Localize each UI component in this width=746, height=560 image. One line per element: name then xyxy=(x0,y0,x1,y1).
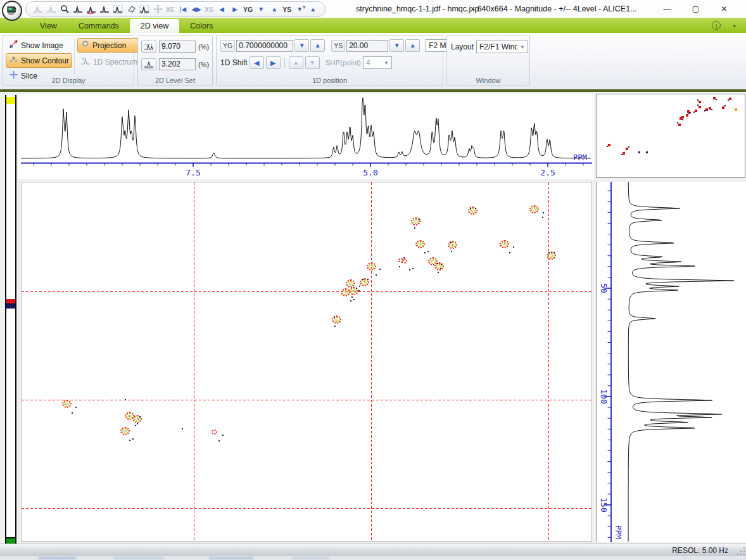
shift-left-button[interactable]: ◀ xyxy=(250,56,264,69)
toolbar-customize-icon[interactable]: ▾ xyxy=(303,4,306,10)
hmqc-2d-contour-plot[interactable] xyxy=(21,182,592,542)
yg-label: YG xyxy=(242,6,254,13)
overview-peak-speck xyxy=(693,111,695,113)
overview-peak-dot xyxy=(695,110,697,112)
ribbon-options-caret-icon[interactable]: ▾ xyxy=(733,23,736,29)
percent-unit-label: (%) xyxy=(198,43,209,51)
upper-level-icon[interactable] xyxy=(141,41,156,53)
shp-dropdown[interactable]: 4 ▼ xyxy=(363,56,392,69)
peak-expand-icon[interactable] xyxy=(72,3,84,15)
ys-decrease-button[interactable]: ▼ xyxy=(389,39,404,52)
layout-dropdown[interactable]: F2/F1 Windo ▼ xyxy=(476,41,528,53)
ys-up-icon[interactable]: ▲ xyxy=(307,3,319,15)
show-image-button[interactable]: Show Image xyxy=(6,38,72,53)
button-label: Show Image xyxy=(21,41,63,50)
step-left-icon[interactable]: ◀ xyxy=(215,3,228,15)
magnifier-icon[interactable] xyxy=(58,3,71,15)
contour-speck xyxy=(135,425,136,426)
triangle-down-icon: ▼ xyxy=(299,42,305,49)
contour-speck xyxy=(350,300,351,302)
peak-scale-icon[interactable] xyxy=(85,3,98,15)
peak-analyze-alt-icon[interactable] xyxy=(45,3,58,15)
yg-value-input[interactable]: 0.7000000000 xyxy=(236,40,293,52)
upper-level-input[interactable]: 9.070 xyxy=(159,41,196,53)
yg-down-icon[interactable]: ▼ xyxy=(255,3,267,15)
show-contour-button[interactable]: Show Contour xyxy=(6,53,72,68)
yg-up-icon[interactable]: ▲ xyxy=(268,3,281,15)
contour-speck xyxy=(553,252,555,253)
projection-button[interactable]: Projection xyxy=(77,38,141,53)
tab-2d-view[interactable]: 2D view xyxy=(130,19,179,33)
overview-peak-dot xyxy=(686,114,688,117)
shp-label: SHP(point) xyxy=(326,59,361,67)
grid-line-horizontal xyxy=(22,400,591,400)
level-marker-navy[interactable] xyxy=(6,303,15,309)
skip-back-icon[interactable]: |◀ xyxy=(177,3,189,15)
maximize-button[interactable]: ▢ xyxy=(681,0,710,18)
contour-speck xyxy=(475,208,476,209)
contour-peak xyxy=(415,240,425,248)
ys-value-input[interactable]: 20.00 xyxy=(346,40,388,52)
tab-view[interactable]: View xyxy=(29,19,68,33)
peak-pick-icon[interactable] xyxy=(138,3,151,15)
svg-text:50: 50 xyxy=(599,283,609,293)
level-marker-yellow[interactable] xyxy=(6,97,15,104)
shift-right-button[interactable]: ▶ xyxy=(266,56,281,69)
resize-grip[interactable] xyxy=(737,547,745,555)
contour-speck xyxy=(75,407,77,408)
tab-colors[interactable]: Colors xyxy=(179,19,224,33)
lower-level-input[interactable]: 3.202 xyxy=(159,58,196,70)
minimize-button[interactable]: — xyxy=(653,0,681,18)
yg-field-label: YG xyxy=(220,40,235,52)
contour-speck xyxy=(367,279,369,280)
contour-speck xyxy=(129,440,130,441)
peak-region-icon[interactable] xyxy=(111,3,124,15)
level-marker-red[interactable] xyxy=(6,299,15,303)
grid-line-vertical xyxy=(371,182,372,541)
pan-move-icon[interactable] xyxy=(151,3,164,15)
contour-speck xyxy=(222,435,224,436)
contour-peak xyxy=(341,288,350,296)
app-logo-icon[interactable] xyxy=(2,1,22,21)
contour-speck xyxy=(358,290,360,291)
group-1d-position: YG 0.7000000000 ▼ ▲ YS 20.00 ▼ ▲ F2 Mode… xyxy=(216,35,443,86)
contour-speck xyxy=(356,288,357,289)
yg-decrease-button[interactable]: ▼ xyxy=(294,39,309,52)
ys-label: YS xyxy=(281,6,293,13)
yg-increase-button[interactable]: ▲ xyxy=(310,39,325,52)
quick-access-toolbar: XE|◀◀▶XS◀▶YG▼▲YS▼▲ xyxy=(25,1,326,17)
group-title-2d-level-set: 2D Level Set xyxy=(138,75,212,86)
contour-peak xyxy=(367,262,376,270)
1d-spectrum-button[interactable]: 1D1D Spectrum xyxy=(77,54,141,69)
contour-peak xyxy=(434,262,444,270)
spectrum-1d-icon: 1D xyxy=(80,56,91,67)
step-right-icon[interactable]: ▶ xyxy=(229,3,241,15)
shift-up-button[interactable]: ▲ xyxy=(289,56,303,69)
contour-level-slider[interactable] xyxy=(5,95,16,549)
contour-speck xyxy=(414,227,415,229)
lasso-select-icon[interactable] xyxy=(125,3,137,15)
carbon-trace-panel[interactable]: 50100150PPM xyxy=(596,182,746,542)
percent-unit-label: (%) xyxy=(198,61,209,68)
proton-projection-panel[interactable]: 7.55.02.5PPM xyxy=(18,94,594,179)
peak-axis-icon[interactable] xyxy=(98,3,111,15)
projection-icon xyxy=(80,40,90,51)
button-label: Show Contour xyxy=(21,56,69,65)
triangle-up-icon: ▲ xyxy=(293,60,299,66)
ys-increase-button[interactable]: ▲ xyxy=(405,39,420,52)
info-icon[interactable]: i xyxy=(712,21,721,30)
tab-commands[interactable]: Commands xyxy=(68,19,130,33)
expand-horizontal-icon[interactable]: ◀▶ xyxy=(190,3,203,15)
grid-line-horizontal xyxy=(22,291,591,292)
contour-peak xyxy=(120,427,130,435)
triangle-right-icon: ▶ xyxy=(270,60,275,67)
show-contour-icon xyxy=(9,55,18,66)
lower-level-icon[interactable] xyxy=(141,58,156,70)
status-bar: RESOL: 5.00 Hz xyxy=(0,544,746,556)
peak-analyze-icon[interactable] xyxy=(32,3,44,15)
overview-peak-dot xyxy=(623,152,625,155)
contour-speck xyxy=(379,269,381,270)
shift-down-button[interactable]: ▼ xyxy=(305,56,320,69)
close-button[interactable]: ✕ xyxy=(710,0,738,18)
spectrum-overview-minimap[interactable] xyxy=(596,94,745,178)
